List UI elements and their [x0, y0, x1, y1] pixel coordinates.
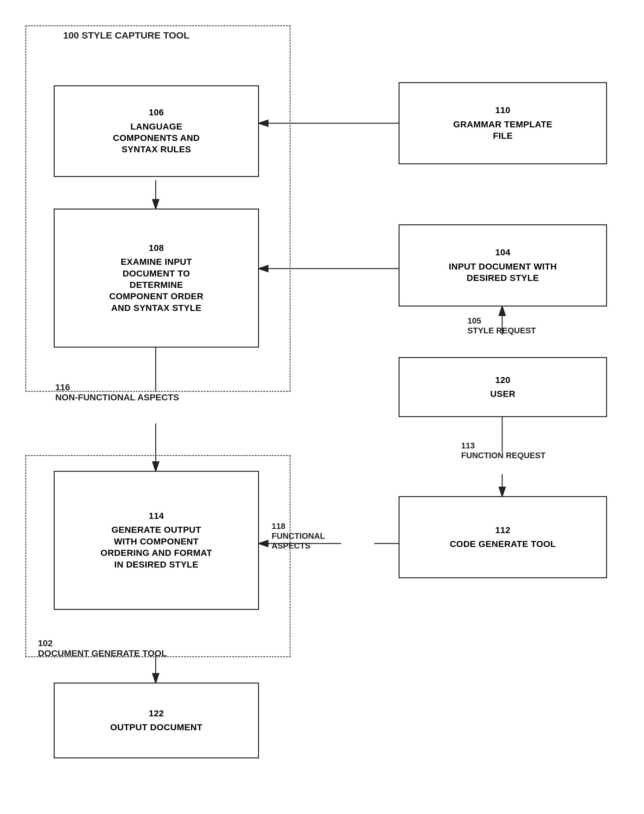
box-114-num: 114: [149, 510, 164, 522]
diagram-container: 100 STYLE CAPTURE TOOL 106 LANGUAGECOMPO…: [0, 0, 644, 814]
box-114-text: GENERATE OUTPUTWITH COMPONENTORDERING AN…: [100, 524, 212, 570]
box-122: 122 OUTPUT DOCUMENT: [54, 683, 259, 759]
style-capture-tool-label: 100 STYLE CAPTURE TOOL: [63, 30, 190, 41]
box-108-text: EXAMINE INPUTDOCUMENT TODETERMINECOMPONE…: [109, 256, 203, 314]
label-116: 116 NON-FUNCTIONAL ASPECTS: [55, 382, 179, 402]
box-120-text: USER: [490, 389, 515, 400]
box-122-num: 122: [149, 708, 164, 719]
box-114: 114 GENERATE OUTPUTWITH COMPONENTORDERIN…: [54, 471, 259, 610]
box-106: 106 LANGUAGECOMPONENTS ANDSYNTAX RULES: [54, 85, 259, 177]
box-106-num: 106: [149, 107, 164, 118]
label-105: 105 STYLE REQUEST: [468, 316, 536, 336]
box-110-num: 110: [495, 104, 511, 116]
box-108: 108 EXAMINE INPUTDOCUMENT TODETERMINECOM…: [54, 209, 259, 348]
box-122-text: OUTPUT DOCUMENT: [110, 722, 202, 733]
box-104-num: 104: [495, 247, 511, 258]
box-112-num: 112: [495, 525, 511, 536]
box-120-num: 120: [495, 375, 511, 386]
box-106-text: LANGUAGECOMPONENTS ANDSYNTAX RULES: [113, 121, 199, 155]
box-110-text: GRAMMAR TEMPLATEFILE: [453, 119, 552, 142]
box-104-text: INPUT DOCUMENT WITHDESIRED STYLE: [449, 261, 557, 284]
box-104: 104 INPUT DOCUMENT WITHDESIRED STYLE: [399, 224, 607, 307]
box-108-num: 108: [149, 243, 164, 254]
document-generate-tool-label: 102DOCUMENT GENERATE TOOL: [38, 638, 167, 659]
box-112: 112 CODE GENERATE TOOL: [399, 496, 607, 578]
box-120: 120 USER: [399, 357, 607, 417]
label-113: 113 FUNCTION REQUEST: [461, 441, 546, 461]
box-112-text: CODE GENERATE TOOL: [450, 538, 556, 550]
label-118: 118 FUNCTIONAL ASPECTS: [271, 521, 341, 551]
box-110: 110 GRAMMAR TEMPLATEFILE: [399, 82, 607, 164]
